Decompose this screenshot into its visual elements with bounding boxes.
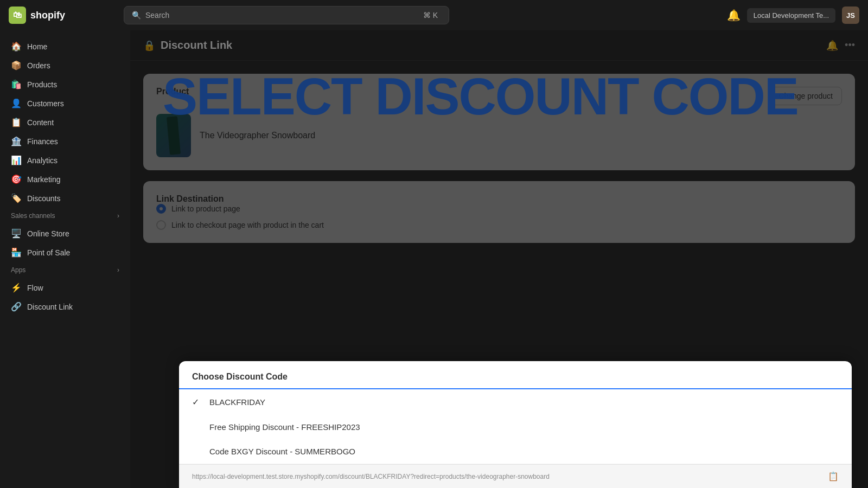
sidebar-item-discount-link[interactable]: 🔗 Discount Link bbox=[4, 297, 126, 316]
apps-left: Apps bbox=[11, 266, 25, 274]
sidebar-item-pos[interactable]: 🏪 Point of Sale bbox=[4, 243, 126, 262]
discount-label-blackfriday: BLACKFRIDAY bbox=[209, 397, 265, 407]
top-navigation: 🛍 shopify 🔍 Search ⌘ K 🔔 Local Developme… bbox=[0, 0, 868, 30]
shopify-wordmark: shopify bbox=[30, 10, 65, 21]
sidebar-label-pos: Point of Sale bbox=[27, 248, 70, 257]
sidebar-item-flow[interactable]: ⚡ Flow bbox=[4, 278, 126, 297]
finances-icon: 🏦 bbox=[11, 136, 22, 146]
sidebar-label-analytics: Analytics bbox=[27, 156, 58, 165]
sidebar-label-products: Products bbox=[27, 80, 57, 89]
sidebar-label-flow: Flow bbox=[27, 284, 43, 292]
analytics-icon: 📊 bbox=[11, 155, 22, 165]
apps-label: Apps bbox=[11, 266, 25, 274]
shopify-bag-icon: 🛍 bbox=[9, 7, 26, 24]
sidebar-label-online-store: Online Store bbox=[27, 229, 69, 238]
discount-label-bxgy: Code BXGY Discount - SUMMERBOGO bbox=[209, 447, 355, 456]
sidebar-item-finances[interactable]: 🏦 Finances bbox=[4, 132, 126, 151]
search-icon: 🔍 bbox=[132, 11, 141, 20]
orders-icon: 📦 bbox=[11, 60, 22, 70]
sidebar-item-home[interactable]: 🏠 Home bbox=[4, 37, 126, 56]
sales-channels-chevron: › bbox=[117, 212, 119, 220]
sidebar-label-discount-link: Discount Link bbox=[27, 303, 73, 311]
sidebar-label-content: Content bbox=[27, 118, 54, 127]
search-placeholder: Search bbox=[145, 11, 169, 20]
sales-channels-section[interactable]: Sales channels › bbox=[4, 208, 126, 224]
sidebar-nav-items: 🏠 Home 📦 Orders 🛍️ Products 👤 Customers … bbox=[4, 37, 126, 208]
products-icon: 🛍️ bbox=[11, 79, 22, 89]
discount-link-icon: 🔗 bbox=[11, 301, 22, 312]
shopify-logo[interactable]: 🛍 shopify bbox=[9, 7, 117, 24]
copy-icon[interactable]: 📋 bbox=[828, 471, 839, 481]
sidebar-item-products[interactable]: 🛍️ Products bbox=[4, 75, 126, 94]
sidebar-label-marketing: Marketing bbox=[27, 175, 60, 184]
marketing-icon: 🎯 bbox=[11, 174, 22, 184]
url-text: https://local-development.test.store.mys… bbox=[192, 473, 550, 480]
sales-channels-left: Sales channels bbox=[11, 212, 55, 220]
sidebar-item-content[interactable]: 📋 Content bbox=[4, 113, 126, 132]
flow-icon: ⚡ bbox=[11, 282, 22, 293]
top-nav-right: 🔔 Local Development Te... JS bbox=[727, 7, 859, 24]
sidebar-label-home: Home bbox=[27, 42, 47, 51]
store-selector[interactable]: Local Development Te... bbox=[747, 8, 835, 23]
sidebar-label-customers: Customers bbox=[27, 99, 64, 108]
bell-icon[interactable]: 🔔 bbox=[727, 9, 741, 22]
sidebar-item-marketing[interactable]: 🎯 Marketing bbox=[4, 170, 126, 189]
sidebar-label-discounts: Discounts bbox=[27, 194, 60, 203]
home-icon: 🏠 bbox=[11, 41, 22, 52]
dropdown-title: Choose Discount Code bbox=[179, 361, 852, 389]
user-avatar[interactable]: JS bbox=[842, 7, 859, 24]
global-search[interactable]: 🔍 Search ⌘ K bbox=[124, 6, 449, 24]
discount-item-blackfriday[interactable]: ✓ BLACKFRIDAY bbox=[179, 389, 852, 415]
sidebar-item-analytics[interactable]: 📊 Analytics bbox=[4, 151, 126, 170]
sidebar-item-discounts[interactable]: 🏷️ Discounts bbox=[4, 189, 126, 208]
discount-item-freeship[interactable]: Free Shipping Discount - FREESHIP2023 bbox=[179, 415, 852, 439]
sidebar-label-orders: Orders bbox=[27, 61, 50, 70]
discounts-icon: 🏷️ bbox=[11, 193, 22, 203]
discount-code-dropdown: Choose Discount Code ✓ BLACKFRIDAY Free … bbox=[179, 361, 852, 488]
check-icon-blackfriday: ✓ bbox=[192, 397, 203, 407]
sidebar-item-orders[interactable]: 📦 Orders bbox=[4, 56, 126, 75]
sidebar-item-online-store[interactable]: 🖥️ Online Store bbox=[4, 224, 126, 243]
content-icon: 📋 bbox=[11, 117, 22, 127]
discount-label-freeship: Free Shipping Discount - FREESHIP2023 bbox=[209, 422, 360, 432]
sidebar-label-finances: Finances bbox=[27, 137, 58, 146]
online-store-icon: 🖥️ bbox=[11, 228, 22, 239]
sidebar-item-customers[interactable]: 👤 Customers bbox=[4, 94, 126, 113]
discount-item-bxgy[interactable]: Code BXGY Discount - SUMMERBOGO bbox=[179, 439, 852, 464]
pos-icon: 🏪 bbox=[11, 247, 22, 258]
search-shortcut: ⌘ K bbox=[420, 11, 441, 20]
apps-chevron: › bbox=[117, 266, 119, 274]
url-bar: https://local-development.test.store.mys… bbox=[179, 464, 852, 488]
apps-section[interactable]: Apps › bbox=[4, 262, 126, 278]
customers-icon: 👤 bbox=[11, 98, 22, 108]
sales-channels-label: Sales channels bbox=[11, 212, 55, 220]
sidebar: 🏠 Home 📦 Orders 🛍️ Products 👤 Customers … bbox=[0, 30, 130, 488]
